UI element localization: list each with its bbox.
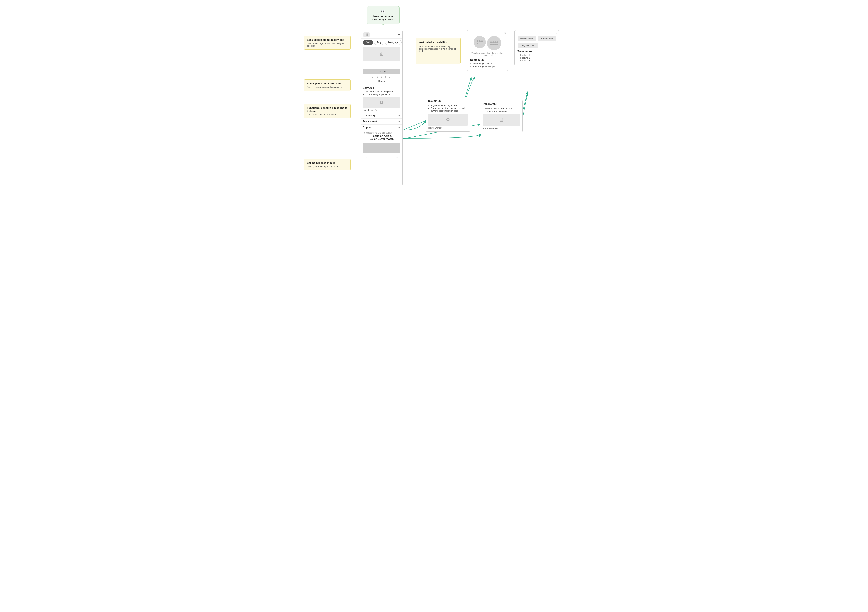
annotation-social-proof: Social proof above the fold Goal: reassu…	[304, 79, 351, 91]
easy-app-minus[interactable]: −	[398, 86, 400, 90]
custom-xp-modal-list: Seller-Buyer match How we gather our poo…	[470, 62, 505, 68]
dot	[492, 41, 494, 43]
callout-box: 👀 New homepage filtered by service	[367, 6, 400, 24]
accordion-support[interactable]: Support +	[361, 125, 402, 130]
story-card: Animated storytelling Goal: use animatio…	[416, 38, 460, 64]
stars-rating: ★ ★ ★ ★ ★	[361, 75, 402, 79]
dot	[490, 41, 492, 43]
press-label: Press	[361, 80, 402, 83]
story-title: Animated storytelling	[419, 41, 457, 44]
nav-right-arrow[interactable]: →	[395, 155, 398, 159]
custom-xp-modal-header: ×	[467, 30, 508, 36]
custom-xp-panel-title: Custom xp	[428, 99, 441, 102]
transparent-modal-close[interactable]: ×	[556, 31, 557, 35]
tab-bar: Sell Buy Mortgage	[361, 39, 402, 46]
pool-visualization	[470, 36, 505, 50]
mobile-header: 🖼 ≡	[361, 31, 402, 39]
market-value-tag: Market value	[518, 36, 536, 41]
easy-app-title: Easy App	[363, 87, 374, 89]
annotation-easy-access: Easy access to main services Goal: encou…	[304, 36, 351, 50]
dots-grid-1	[477, 40, 483, 44]
support-title: Support	[363, 126, 372, 129]
accordion-transparent[interactable]: Transparent +	[361, 119, 402, 125]
custom-xp-plus[interactable]: +	[398, 114, 400, 117]
accordion-support-header[interactable]: Support +	[363, 126, 400, 129]
accordion-transparent-header[interactable]: Transparent +	[363, 120, 400, 123]
accordion-custom-xp[interactable]: Custom xp +	[361, 113, 402, 119]
transparent-feature-title: Transparent	[518, 50, 556, 53]
transparent-modal-list: Feature 1 Feature 2 Feature 3	[518, 54, 556, 62]
tab-mortgage[interactable]: Mortgage	[385, 40, 401, 45]
annotation-selling: Selling process in pills Goal: give a fe…	[304, 159, 351, 170]
custom-xp-item2: Combination of sellers' needs and buyers…	[431, 107, 468, 112]
dot	[496, 43, 498, 45]
ann2-sub: Goal: reassure potential customers	[307, 86, 347, 88]
annotation-functional: Functional benefits + reasons to believe…	[304, 104, 351, 118]
accordion-custom-xp-header[interactable]: Custom xp +	[363, 114, 400, 117]
custom-xp-modal-close[interactable]: ×	[504, 31, 506, 35]
ann3-sub: Goal: communicate our pillars	[307, 113, 347, 116]
transparent-panel: Transparent − Free access to market data…	[480, 100, 522, 132]
transparent-tags-row1: Market value Home value	[518, 36, 556, 41]
dot	[477, 43, 478, 44]
custom-xp-panel-icon: −	[466, 99, 468, 102]
tag-spacer	[540, 43, 556, 48]
valuate-button[interactable]: Valuate	[363, 69, 400, 74]
transparent-modal-body: Market value Home value Avg sell time Tr…	[515, 36, 559, 65]
custom-xp-img: 🖼	[428, 113, 468, 126]
transparent-plus[interactable]: +	[398, 120, 400, 123]
transparent-panel-title: Transparent	[482, 102, 497, 105]
dot	[481, 40, 483, 42]
dot	[496, 41, 498, 43]
custom-xp-cta[interactable]: How it works >	[428, 127, 468, 129]
custom-xp-panel-header: Custom xp −	[428, 99, 468, 102]
accordion-easy-app-header[interactable]: Easy App −	[363, 86, 400, 90]
sneak-peek-link[interactable]: Sneak peek >	[363, 109, 400, 112]
dot	[494, 41, 496, 43]
accordion-easy-app[interactable]: Easy App − All information in one place …	[361, 85, 402, 113]
transparent-modal-header: ×	[515, 30, 559, 36]
hamburger-icon[interactable]: ≡	[398, 33, 400, 36]
pool-caption: Visual representation of our pool vs age…	[470, 52, 505, 56]
transparent-modal: × Market value Home value Avg sell time …	[515, 30, 559, 65]
easy-app-body: All information in one place User friend…	[363, 90, 400, 112]
transparent-panel-icon: −	[518, 102, 520, 105]
ann1-title: Easy access to main services	[307, 38, 347, 41]
dot	[479, 40, 480, 42]
svg-line-0	[403, 120, 427, 130]
ann3-title: Functional benefits + reasons to believe	[307, 107, 347, 113]
transparent-item1: Free access to market data	[485, 107, 520, 110]
ann1-sub: Goal: encourage product discovery & adop…	[307, 42, 347, 47]
focus-sub: (processo di vendita stile guida)	[363, 132, 400, 134]
support-plus[interactable]: +	[398, 126, 400, 129]
custom-xp-list: High number of buyer pool Combination of…	[428, 104, 468, 112]
mobile-wireframe: 🖼 ≡ Sell Buy Mortgage 🖼 Valuate ★ ★ ★ ★ …	[361, 31, 403, 185]
trans-item2: Feature 2	[521, 57, 556, 59]
divider1	[361, 84, 402, 84]
dot	[490, 43, 492, 45]
custom-xp-modal-title: Custom xp	[470, 59, 505, 62]
modal-item2: How we gather our pool	[473, 65, 505, 68]
nav-arrows: ← →	[361, 154, 402, 160]
nav-left-arrow[interactable]: ←	[365, 155, 368, 159]
transparent-title: Transparent	[363, 120, 377, 123]
easy-app-item2: User friendly experience	[366, 93, 400, 96]
address-input[interactable]	[363, 63, 400, 68]
transparent-list: Free access to market data Transparent v…	[482, 107, 520, 113]
ann4-sub: Goal: give a feeling of the product	[307, 165, 347, 168]
transparent-panel-header: Transparent −	[482, 102, 520, 105]
tab-buy[interactable]: Buy	[374, 40, 384, 45]
custom-xp-panel-body: High number of buyer pool Combination of…	[428, 104, 468, 129]
transparent-item2: Transparent valuation	[485, 110, 520, 113]
transparent-cta[interactable]: Some examples >	[482, 127, 520, 130]
custom-xp-modal-body: Visual representation of our pool vs age…	[467, 36, 508, 71]
dot	[492, 43, 494, 45]
pool-circle-2	[487, 36, 501, 50]
easy-app-list: All information in one place User friend…	[363, 90, 400, 96]
tab-sell[interactable]: Sell	[363, 40, 373, 45]
logo-placeholder: 🖼	[363, 33, 370, 37]
callout-title: New homepage filtered by service	[370, 15, 396, 21]
home-value-tag: Home value	[538, 36, 556, 41]
custom-xp-modal: ×	[467, 30, 508, 71]
story-sub: Goal: use animations to convey complex m…	[419, 45, 457, 53]
